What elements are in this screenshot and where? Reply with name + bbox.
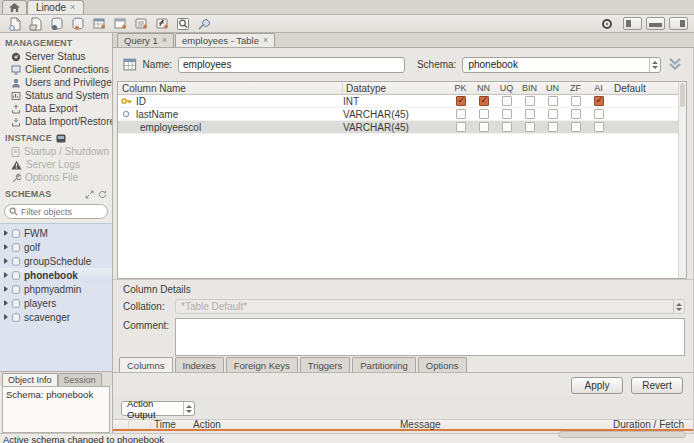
- expander-icon[interactable]: [4, 258, 8, 264]
- sidebar-item-options-file[interactable]: Options File: [0, 171, 112, 184]
- close-icon[interactable]: [162, 36, 167, 45]
- header-ai[interactable]: AI: [587, 83, 610, 93]
- ai-checkbox[interactable]: [594, 109, 604, 119]
- bin-checkbox[interactable]: [525, 109, 535, 119]
- zf-checkbox[interactable]: [571, 109, 581, 119]
- uq-checkbox[interactable]: [502, 96, 512, 106]
- header-message[interactable]: Message: [400, 419, 613, 430]
- grid-vertical-scrollbar[interactable]: [678, 82, 686, 278]
- create-schema-icon[interactable]: [69, 16, 86, 32]
- column-name-cell[interactable]: lastName: [134, 109, 342, 120]
- close-icon[interactable]: [263, 36, 268, 45]
- schema-item-fwm[interactable]: FWM: [0, 226, 112, 240]
- sidebar-item-server-logs[interactable]: Server Logs: [0, 158, 112, 171]
- zf-checkbox[interactable]: [571, 122, 581, 132]
- bin-checkbox[interactable]: [525, 122, 535, 132]
- un-checkbox[interactable]: [548, 96, 558, 106]
- header-un[interactable]: UN: [541, 83, 564, 93]
- nn-checkbox[interactable]: [479, 122, 489, 132]
- subtab-foreign-keys[interactable]: Foreign Keys: [226, 357, 298, 372]
- schema-item-scavenger[interactable]: scavenger: [0, 310, 112, 324]
- header-time[interactable]: Time: [151, 419, 193, 430]
- toggle-secondary-sidebar-button[interactable]: [669, 17, 688, 30]
- sidebar-item-status-system-variables[interactable]: Status and System Variables: [0, 89, 112, 102]
- expander-icon[interactable]: [4, 272, 8, 278]
- column-row-lastname[interactable]: lastName VARCHAR(45): [118, 108, 686, 121]
- nn-checkbox[interactable]: [479, 109, 489, 119]
- sidebar-item-data-import-restore[interactable]: Data Import/Restore: [0, 115, 112, 128]
- expand-schemas-icon[interactable]: [85, 190, 94, 199]
- nn-checkbox[interactable]: [479, 96, 489, 106]
- create-function-icon[interactable]: [153, 16, 170, 32]
- sidebar-item-server-status[interactable]: Server Status: [0, 50, 112, 63]
- header-datatype[interactable]: Datatype: [342, 83, 449, 94]
- pk-checkbox[interactable]: [456, 122, 466, 132]
- open-sql-script-icon[interactable]: [27, 16, 44, 32]
- column-row-employeescol[interactable]: employeescol VARCHAR(45): [118, 121, 686, 134]
- schema-select[interactable]: phonebook: [462, 57, 661, 73]
- ai-checkbox[interactable]: [594, 122, 604, 132]
- schema-item-golf[interactable]: golf: [0, 240, 112, 254]
- search-table-data-icon[interactable]: [174, 16, 191, 32]
- un-checkbox[interactable]: [548, 109, 558, 119]
- header-action[interactable]: Action: [193, 419, 400, 430]
- reconnect-dbms-icon[interactable]: [195, 16, 212, 32]
- horizontal-scrollbar-thumb[interactable]: [558, 431, 686, 438]
- toggle-sidebar-panel-button[interactable]: [623, 17, 642, 30]
- column-row-id[interactable]: ID INT: [118, 95, 686, 108]
- uq-checkbox[interactable]: [502, 109, 512, 119]
- un-checkbox[interactable]: [548, 122, 558, 132]
- tab-query-1[interactable]: Query 1: [117, 33, 174, 47]
- tab-object-info[interactable]: Object Info: [2, 373, 58, 386]
- output-selector[interactable]: Action Output: [121, 401, 195, 416]
- subtab-columns[interactable]: Columns: [119, 357, 173, 372]
- zf-checkbox[interactable]: [571, 96, 581, 106]
- expander-icon[interactable]: [4, 230, 8, 236]
- header-zf[interactable]: ZF: [564, 83, 587, 93]
- refresh-schemas-icon[interactable]: [98, 190, 107, 199]
- collation-select[interactable]: *Table Default*: [175, 299, 685, 314]
- ai-checkbox[interactable]: [594, 96, 604, 106]
- schema-item-phonebook[interactable]: phonebook: [0, 268, 112, 282]
- pk-checkbox[interactable]: [456, 109, 466, 119]
- header-uq[interactable]: UQ: [495, 83, 518, 93]
- header-duration-fetch[interactable]: Duration / Fetch: [613, 419, 693, 430]
- create-procedure-icon[interactable]: [132, 16, 149, 32]
- header-nn[interactable]: NN: [472, 83, 495, 93]
- tab-employees-table[interactable]: employees - Table: [175, 33, 275, 47]
- header-pk[interactable]: PK: [449, 83, 472, 93]
- expander-icon[interactable]: [4, 286, 8, 292]
- table-name-input[interactable]: [178, 57, 405, 73]
- new-query-tab-icon[interactable]: [6, 16, 23, 32]
- schema-filter-input[interactable]: [21, 207, 101, 217]
- create-view-icon[interactable]: [111, 16, 128, 32]
- home-tab[interactable]: [2, 0, 27, 14]
- header-bin[interactable]: BIN: [518, 83, 541, 93]
- sidebar-item-data-export[interactable]: Data Export: [0, 102, 112, 115]
- uq-checkbox[interactable]: [502, 122, 512, 132]
- header-column-name[interactable]: Column Name: [118, 83, 342, 94]
- create-table-icon[interactable]: [90, 16, 107, 32]
- sidebar-item-startup-shutdown[interactable]: Startup / Shutdown: [0, 145, 112, 158]
- expander-icon[interactable]: [4, 314, 8, 320]
- apply-button[interactable]: Apply: [571, 377, 623, 394]
- schema-item-players[interactable]: players: [0, 296, 112, 310]
- datatype-cell[interactable]: INT: [342, 96, 449, 107]
- schema-inspector-icon[interactable]: [48, 16, 65, 32]
- bin-checkbox[interactable]: [525, 96, 535, 106]
- subtab-triggers[interactable]: Triggers: [300, 357, 351, 372]
- subtab-partitioning[interactable]: Partitioning: [352, 357, 416, 372]
- connection-tab-linode[interactable]: Linode: [27, 0, 84, 14]
- tab-session[interactable]: Session: [58, 373, 102, 386]
- schema-item-phpmyadmin[interactable]: phpmyadmin: [0, 282, 112, 296]
- column-name-cell[interactable]: employeescol: [134, 122, 342, 133]
- column-name-cell[interactable]: ID: [134, 96, 342, 107]
- subtab-options[interactable]: Options: [418, 357, 467, 372]
- pk-checkbox[interactable]: [456, 96, 466, 106]
- sidebar-item-client-connections[interactable]: Client Connections: [0, 63, 112, 76]
- schema-item-groupschedule[interactable]: groupSchedule: [0, 254, 112, 268]
- expander-icon[interactable]: [4, 300, 8, 306]
- datatype-cell[interactable]: VARCHAR(45): [342, 109, 449, 120]
- sidebar-item-users-and-privileges[interactable]: Users and Privileges: [0, 76, 112, 89]
- revert-button[interactable]: Revert: [631, 377, 683, 394]
